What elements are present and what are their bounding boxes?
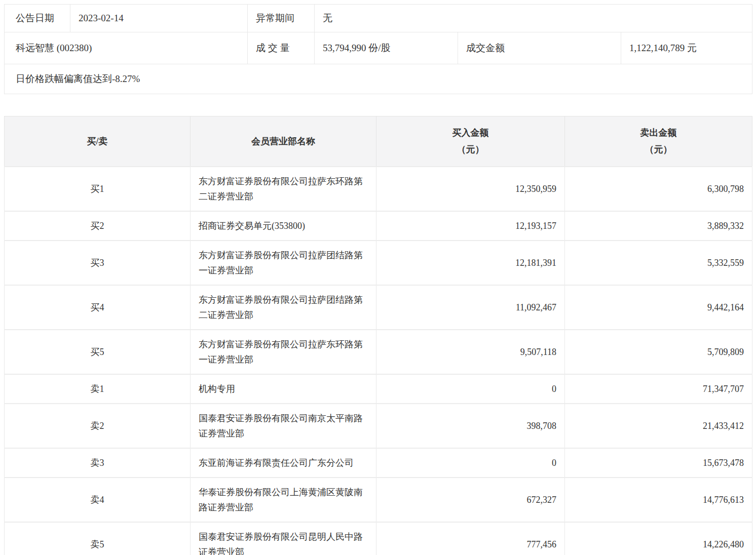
- sell-amount-cell: 21,433,412: [565, 404, 752, 448]
- abnormal-period-value: 无: [315, 5, 752, 32]
- branch-cell: 华泰证券股份有限公司上海黄浦区黄陂南路证券营业部: [191, 478, 376, 522]
- header-sell-amount-label: 卖出金额: [570, 125, 747, 141]
- buy-amount-cell: 12,181,391: [376, 241, 565, 285]
- table-row: 卖4 华泰证券股份有限公司上海黄浦区黄陂南路证券营业部 672,327 14,7…: [5, 478, 752, 522]
- table-row: 买5 东方财富证券股份有限公司拉萨东环路第一证券营业部 9,507,118 5,…: [5, 330, 752, 374]
- header-sell-amount-unit: （元）: [570, 141, 747, 158]
- sell-amount-cell: 9,442,164: [565, 285, 752, 330]
- table-row: 卖5 国泰君安证券股份有限公司昆明人民中路证券营业部 777,456 14,22…: [5, 522, 752, 555]
- table-row: 买3 东方财富证券股份有限公司拉萨团结路第一证券营业部 12,181,391 5…: [5, 241, 752, 285]
- buy-amount-cell: 12,193,157: [376, 211, 565, 241]
- summary-table: 公告日期 2023-02-14 异常期间 无 科远智慧 (002380) 成 交…: [4, 4, 752, 94]
- sell-amount-cell: 15,673,478: [565, 448, 752, 478]
- stock-name: 科远智慧 (002380): [5, 32, 248, 64]
- summary-row-date: 公告日期 2023-02-14 异常期间 无: [5, 5, 752, 32]
- sell-amount-cell: 14,776,613: [565, 478, 752, 522]
- table-row: 买1 东方财富证券股份有限公司拉萨东环路第二证券营业部 12,350,959 6…: [5, 167, 752, 211]
- header-branch: 会员营业部名称: [191, 116, 376, 167]
- volume-value: 53,794,990 份/股: [315, 32, 458, 64]
- side-cell: 卖3: [5, 448, 191, 478]
- branch-cell: 招商证券交易单元(353800): [191, 211, 376, 241]
- broker-table-body: 买1 东方财富证券股份有限公司拉萨东环路第二证券营业部 12,350,959 6…: [5, 167, 752, 555]
- volume-label: 成 交 量: [248, 32, 315, 64]
- summary-row-stock: 科远智慧 (002380) 成 交 量 53,794,990 份/股 成交金额 …: [5, 32, 752, 64]
- header-buy-amount: 买入金额 （元）: [376, 116, 565, 167]
- table-row: 卖2 国泰君安证券股份有限公司南京太平南路证券营业部 398,708 21,43…: [5, 404, 752, 448]
- header-buy-amount-label: 买入金额: [382, 125, 559, 141]
- side-cell: 买4: [5, 285, 191, 330]
- turnover-label: 成交金额: [458, 32, 621, 64]
- sell-amount-cell: 14,226,480: [565, 522, 752, 555]
- table-row: 卖3 东亚前海证券有限责任公司广东分公司 0 15,673,478: [5, 448, 752, 478]
- sell-amount-cell: 71,347,707: [565, 374, 752, 404]
- table-row: 买2 招商证券交易单元(353800) 12,193,157 3,889,332: [5, 211, 752, 241]
- side-cell: 买2: [5, 211, 191, 241]
- header-sell-amount: 卖出金额 （元）: [565, 116, 752, 167]
- buy-amount-cell: 0: [376, 374, 565, 404]
- buy-amount-cell: 0: [376, 448, 565, 478]
- branch-cell: 东方财富证券股份有限公司拉萨团结路第二证券营业部: [191, 285, 376, 330]
- side-cell: 卖2: [5, 404, 191, 448]
- branch-cell: 东方财富证券股份有限公司拉萨东环路第二证券营业部: [191, 167, 376, 211]
- sell-amount-cell: 6,300,798: [565, 167, 752, 211]
- broker-table: 买/卖 会员营业部名称 买入金额 （元） 卖出金额 （元） 买1 东方财富证券股…: [4, 116, 752, 555]
- side-cell: 买1: [5, 167, 191, 211]
- header-side: 买/卖: [5, 116, 191, 167]
- page: 公告日期 2023-02-14 异常期间 无 科远智慧 (002380) 成 交…: [0, 0, 756, 555]
- side-cell: 卖4: [5, 478, 191, 522]
- side-cell: 卖1: [5, 374, 191, 404]
- branch-cell: 东亚前海证券有限责任公司广东分公司: [191, 448, 376, 478]
- announce-date-label: 公告日期: [5, 5, 70, 32]
- buy-amount-cell: 9,507,118: [376, 330, 565, 374]
- branch-cell: 国泰君安证券股份有限公司昆明人民中路证券营业部: [191, 522, 376, 555]
- buy-amount-cell: 12,350,959: [376, 167, 565, 211]
- table-row: 买4 东方财富证券股份有限公司拉萨团结路第二证券营业部 11,092,467 9…: [5, 285, 752, 330]
- side-cell: 买5: [5, 330, 191, 374]
- side-cell: 卖5: [5, 522, 191, 555]
- header-buy-amount-unit: （元）: [382, 141, 559, 158]
- buy-amount-cell: 672,327: [376, 478, 565, 522]
- branch-cell: 国泰君安证券股份有限公司南京太平南路证券营业部: [191, 404, 376, 448]
- buy-amount-cell: 11,092,467: [376, 285, 565, 330]
- branch-cell: 东方财富证券股份有限公司拉萨团结路第一证券营业部: [191, 241, 376, 285]
- summary-row-reason: 日价格跌幅偏离值达到-8.27%: [5, 64, 752, 94]
- branch-cell: 机构专用: [191, 374, 376, 404]
- broker-table-header-row: 买/卖 会员营业部名称 买入金额 （元） 卖出金额 （元）: [5, 116, 752, 167]
- sell-amount-cell: 3,889,332: [565, 211, 752, 241]
- abnormal-period-label: 异常期间: [248, 5, 315, 32]
- announce-date-value: 2023-02-14: [70, 5, 248, 32]
- turnover-value: 1,122,140,789 元: [621, 32, 752, 64]
- sell-amount-cell: 5,332,559: [565, 241, 752, 285]
- buy-amount-cell: 398,708: [376, 404, 565, 448]
- side-cell: 买3: [5, 241, 191, 285]
- sell-amount-cell: 5,709,809: [565, 330, 752, 374]
- buy-amount-cell: 777,456: [376, 522, 565, 555]
- deviation-reason: 日价格跌幅偏离值达到-8.27%: [5, 64, 752, 94]
- table-row: 卖1 机构专用 0 71,347,707: [5, 374, 752, 404]
- branch-cell: 东方财富证券股份有限公司拉萨东环路第一证券营业部: [191, 330, 376, 374]
